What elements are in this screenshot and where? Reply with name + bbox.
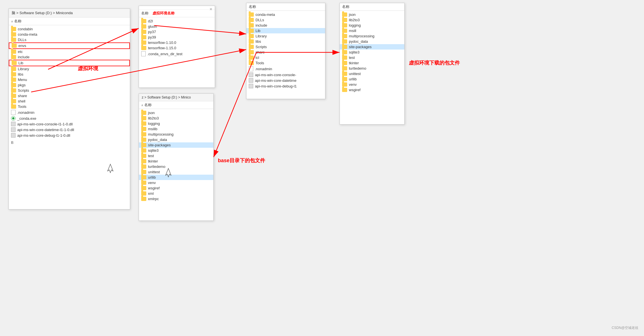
list-item[interactable]: tensorflow-1.15.0 bbox=[139, 45, 215, 51]
folder-icon bbox=[249, 18, 254, 22]
folder-icon bbox=[342, 23, 347, 27]
item-label: .nonadmin bbox=[17, 110, 35, 115]
list-item[interactable]: condabin bbox=[9, 26, 130, 32]
folder-icon bbox=[342, 39, 347, 44]
list-item[interactable]: Lib bbox=[9, 60, 130, 66]
envs-window: ✕ 名称 虚拟环境名称 d2lgluonpy37py39tensorflow-1… bbox=[139, 6, 215, 88]
list-item[interactable]: share bbox=[9, 93, 130, 99]
list-item[interactable]: pydoc_data bbox=[139, 137, 213, 142]
close-icon[interactable]: ✕ bbox=[209, 7, 212, 11]
list-item[interactable]: include bbox=[246, 23, 325, 28]
list-item[interactable]: Library bbox=[246, 33, 325, 39]
list-item[interactable]: test bbox=[340, 55, 404, 60]
list-item[interactable]: py39 bbox=[139, 35, 215, 40]
list-item[interactable]: api-ms-win-core-debug-l1-1-0.dll bbox=[9, 132, 130, 138]
list-item[interactable]: test bbox=[139, 153, 213, 159]
list-item[interactable]: api-ms-win-core-console-l1-1-0.dll bbox=[9, 121, 130, 127]
item-label: lib2to3 bbox=[148, 116, 159, 120]
list-item[interactable]: lib2to3 bbox=[340, 17, 404, 23]
list-item[interactable]: logging bbox=[139, 121, 213, 126]
list-item[interactable]: gluon bbox=[139, 24, 215, 29]
item-label: Library bbox=[18, 67, 29, 71]
list-item[interactable]: urllib bbox=[139, 175, 213, 180]
list-item[interactable]: msill bbox=[340, 28, 404, 33]
list-item[interactable]: venv bbox=[139, 180, 213, 185]
list-item[interactable]: tkinter bbox=[340, 60, 404, 66]
list-item[interactable]: d2l bbox=[139, 18, 215, 24]
list-item[interactable]: unittest bbox=[139, 169, 213, 175]
list-item[interactable]: api-ms-win-core-console- bbox=[246, 72, 325, 78]
list-item[interactable]: site-packages bbox=[139, 142, 213, 148]
list-item[interactable]: Menu bbox=[9, 77, 130, 82]
list-item[interactable]: pydoc_data bbox=[340, 39, 404, 44]
item-label: venv bbox=[148, 181, 156, 185]
folder-icon bbox=[141, 121, 146, 126]
list-item[interactable]: json bbox=[340, 12, 404, 17]
list-item[interactable]: Scripts bbox=[9, 88, 130, 93]
list-item[interactable]: urllib bbox=[340, 76, 404, 82]
list-item[interactable]: conda-meta bbox=[9, 32, 130, 37]
list-item[interactable]: .conda_envs_dir_test bbox=[139, 51, 215, 57]
list-item[interactable]: turtledemo bbox=[139, 164, 213, 169]
list-item[interactable]: Tools bbox=[9, 104, 130, 109]
item-label: etc bbox=[18, 50, 23, 54]
list-item[interactable]: .nonadmin bbox=[9, 109, 130, 115]
list-item[interactable]: tensorflow-1.10.0 bbox=[139, 40, 215, 45]
folder-icon bbox=[12, 44, 17, 48]
item-label: share bbox=[18, 94, 27, 98]
list-item[interactable]: libs bbox=[246, 39, 325, 44]
folder-icon bbox=[141, 175, 146, 179]
list-item[interactable]: Library bbox=[9, 66, 130, 72]
item-label: Library bbox=[256, 34, 267, 38]
lib-d2l-window: 名称 conda-metaDLLsincludeLibLibrarylibsSc… bbox=[246, 3, 325, 99]
list-item[interactable]: DLLs bbox=[9, 37, 130, 42]
list-item[interactable]: venv bbox=[340, 82, 404, 87]
list-item[interactable]: pkgs bbox=[9, 82, 130, 88]
list-item[interactable]: conda-meta bbox=[246, 12, 325, 17]
list-item[interactable]: site-packages bbox=[340, 44, 404, 50]
main-breadcrumb: 脑 > Software Setup (D:) > Miniconda bbox=[9, 9, 130, 18]
list-item[interactable]: xml bbox=[139, 191, 213, 196]
item-label: api-ms-win-core-console-l1-1-0.dll bbox=[17, 122, 73, 126]
list-item[interactable]: Lib bbox=[246, 28, 325, 33]
list-item[interactable]: msilib bbox=[139, 126, 213, 132]
list-item[interactable]: sqlite3 bbox=[340, 50, 404, 55]
list-item[interactable]: api-ms-win-core-datetime-l1-1-0.dll bbox=[9, 127, 130, 132]
list-item[interactable]: wsgiref bbox=[340, 87, 404, 93]
list-item[interactable]: logging bbox=[340, 23, 404, 28]
list-item[interactable]: share bbox=[246, 50, 325, 55]
list-item[interactable]: multiprocessing bbox=[340, 33, 404, 39]
list-item[interactable]: _conda.exe bbox=[9, 115, 130, 121]
list-item[interactable]: api-ms-win-core-datetime bbox=[246, 78, 325, 83]
list-item[interactable]: envs bbox=[9, 42, 130, 49]
sort-arrow-up-base: ∧ bbox=[141, 104, 143, 107]
item-label: api-ms-win-core-datetime bbox=[255, 78, 297, 83]
list-item[interactable]: py37 bbox=[139, 29, 215, 35]
list-item[interactable]: libs bbox=[9, 72, 130, 77]
list-item[interactable]: etc bbox=[9, 49, 130, 54]
list-item[interactable]: wsgiref bbox=[139, 185, 213, 191]
list-item[interactable]: json bbox=[139, 110, 213, 115]
list-item[interactable]: .nonadmin bbox=[246, 66, 325, 72]
list-item[interactable]: tcl bbox=[246, 55, 325, 60]
item-label: Scripts bbox=[256, 45, 267, 49]
list-item[interactable]: tkinter bbox=[139, 159, 213, 164]
list-item[interactable]: Tools bbox=[246, 60, 325, 66]
list-item[interactable]: xmlrpc bbox=[139, 196, 213, 202]
list-item[interactable]: unittest bbox=[340, 71, 404, 76]
list-item[interactable]: lib2to3 bbox=[139, 115, 213, 121]
item-label: sqlite3 bbox=[349, 50, 360, 54]
list-item[interactable]: shell bbox=[9, 99, 130, 104]
folder-icon bbox=[141, 191, 146, 196]
list-item[interactable]: Scripts bbox=[246, 44, 325, 50]
file-dll-icon bbox=[249, 72, 253, 77]
item-label: libs bbox=[18, 72, 23, 76]
list-item[interactable]: sqlite3 bbox=[139, 148, 213, 153]
list-item[interactable]: multiprocessing bbox=[139, 132, 213, 137]
list-item[interactable]: DLLs bbox=[246, 17, 325, 23]
folder-icon bbox=[141, 132, 146, 136]
list-item[interactable]: include bbox=[9, 54, 130, 60]
list-item[interactable]: api-ms-win-core-debug-l1 bbox=[246, 83, 325, 89]
item-label: envs bbox=[18, 44, 26, 48]
list-item[interactable]: turtledemo bbox=[340, 66, 404, 71]
